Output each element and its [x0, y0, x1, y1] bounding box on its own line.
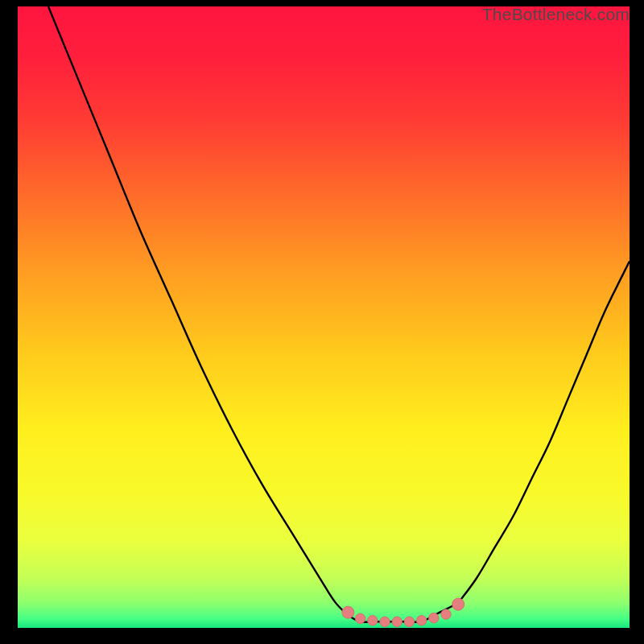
marker-point: [452, 598, 464, 610]
marker-point: [342, 606, 354, 618]
marker-point: [392, 617, 402, 626]
chart-svg: [18, 6, 630, 628]
marker-point: [380, 617, 390, 626]
marker-point: [441, 609, 451, 619]
marker-point: [416, 616, 426, 625]
watermark-text: TheBottleneck.com: [482, 5, 630, 24]
marker-point: [368, 616, 378, 625]
marker-point: [355, 613, 365, 623]
chart-stage: TheBottleneck.com: [0, 0, 644, 644]
plot-area: [18, 6, 630, 628]
marker-point: [404, 617, 414, 626]
gradient-background: [18, 6, 630, 628]
marker-point: [429, 613, 439, 622]
